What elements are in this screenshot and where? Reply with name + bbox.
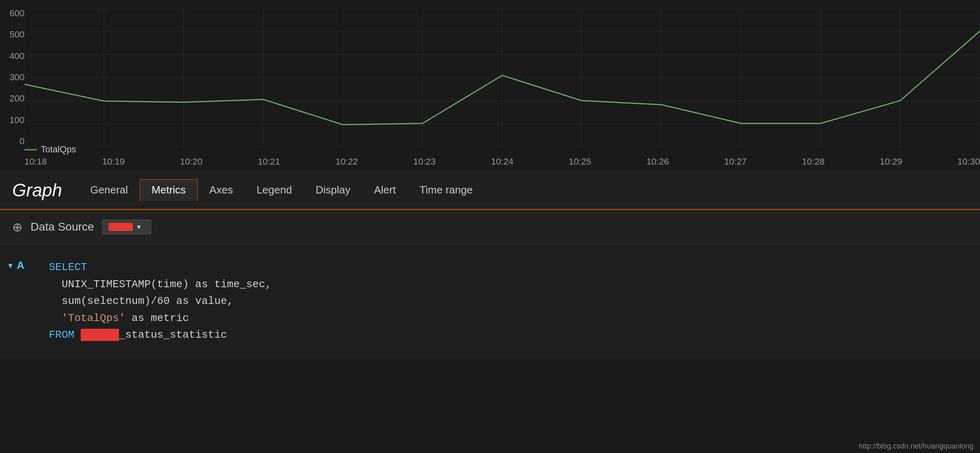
x-label-1019: 10:19 [102, 156, 125, 167]
tab-time-range[interactable]: Time range [408, 179, 485, 201]
query-index: ▾ A [0, 253, 33, 278]
y-label-100: 100 [9, 115, 24, 125]
legend-line-color [24, 149, 37, 150]
line-chart [24, 8, 980, 147]
x-label-1030: 10:30 [958, 156, 980, 167]
code-sum: sum(selectnum)/60 as value, [49, 295, 233, 307]
y-label-0: 0 [20, 136, 24, 147]
code-as-metric: as metric [125, 312, 189, 324]
tab-alert[interactable]: Alert [362, 179, 407, 201]
database-icon: ⊕ [12, 220, 22, 234]
chart-svg [24, 8, 980, 147]
y-label-300: 300 [9, 72, 24, 83]
data-source-value [108, 223, 133, 231]
data-source-bar: ⊕ Data Source ▾ [0, 210, 980, 244]
x-label-1028: 10:28 [802, 156, 824, 167]
footer-url: http://blog.csdn.net/huangquanlong [859, 442, 973, 450]
x-label-1022: 10:22 [335, 156, 358, 167]
x-label-1023: 10:23 [413, 156, 436, 167]
chart-legend: TotalQps [24, 144, 76, 155]
code-line-4: 'TotalQps' as metric [49, 310, 972, 327]
x-label-1026: 10:26 [647, 156, 669, 167]
y-label-600: 600 [9, 8, 24, 19]
code-space [74, 329, 81, 341]
legend-label: TotalQps [41, 144, 76, 155]
chart-area: 600 500 400 300 200 100 0 [0, 0, 980, 171]
tab-general[interactable]: General [78, 179, 140, 201]
tab-metrics[interactable]: Metrics [140, 179, 198, 201]
data-source-dropdown[interactable]: ▾ [102, 220, 151, 234]
y-label-400: 400 [9, 51, 24, 62]
footer: http://blog.csdn.net/huangquanlong [852, 440, 980, 453]
x-label-1020: 10:20 [180, 156, 202, 167]
x-label-1025: 10:25 [569, 156, 591, 167]
dropdown-arrow-icon: ▾ [137, 222, 141, 231]
keyword-from: FROM [49, 329, 74, 341]
tab-display[interactable]: Display [304, 179, 362, 201]
query-code-block[interactable]: SELECT UNIX_TIMESTAMP(time) as time_sec,… [41, 253, 980, 350]
chart-y-axis: 600 500 400 300 200 100 0 [4, 8, 24, 147]
graph-header: Graph General Metrics Axes Legend Displa… [0, 171, 980, 210]
code-line-5: FROM ▓▓▓▓▓▓_status_statistic [49, 327, 972, 344]
code-table-suffix: _status_statistic [119, 329, 227, 341]
code-line-1: SELECT [49, 259, 972, 276]
y-label-500: 500 [9, 29, 24, 40]
code-totalqps-string: 'TotalQps' [49, 312, 125, 324]
y-label-200: 200 [9, 93, 24, 104]
x-label-1029: 10:29 [880, 156, 902, 167]
tab-legend[interactable]: Legend [245, 179, 304, 201]
query-letter: A [17, 259, 24, 272]
tab-axes[interactable]: Axes [198, 179, 245, 201]
code-line-3: sum(selectnum)/60 as value, [49, 293, 972, 310]
data-source-label: Data Source [31, 220, 94, 233]
x-label-1018: 10:18 [24, 156, 47, 167]
query-row-a: ▾ A SELECT UNIX_TIMESTAMP(time) as time_… [0, 253, 980, 350]
x-label-1021: 10:21 [258, 156, 280, 167]
graph-panel: Graph General Metrics Axes Legend Displa… [0, 171, 980, 358]
chart-x-axis: 10:18 10:19 10:20 10:21 10:22 10:23 10:2… [24, 156, 980, 167]
x-label-1024: 10:24 [491, 156, 513, 167]
tab-bar: General Metrics Axes Legend Display Aler… [78, 179, 484, 201]
x-label-1027: 10:27 [724, 156, 747, 167]
keyword-select: SELECT [49, 261, 87, 273]
code-unix-timestamp: UNIX_TIMESTAMP(time) as time_sec, [49, 278, 271, 290]
code-redacted: ▓▓▓▓▓▓ [81, 329, 119, 341]
collapse-icon[interactable]: ▾ [8, 260, 13, 271]
query-editor: ▾ A SELECT UNIX_TIMESTAMP(time) as time_… [0, 244, 980, 358]
code-line-2: UNIX_TIMESTAMP(time) as time_sec, [49, 276, 972, 293]
graph-title: Graph [12, 180, 62, 200]
